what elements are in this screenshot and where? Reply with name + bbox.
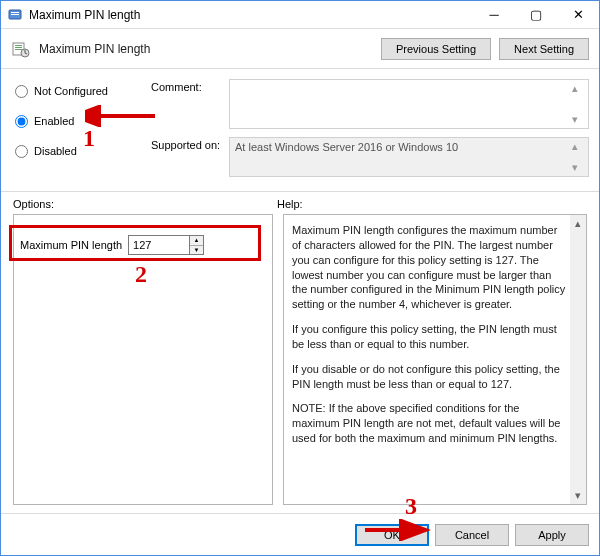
options-pane: Maximum PIN length ▲ ▼	[13, 214, 273, 505]
options-pane-label: Options:	[13, 198, 277, 210]
help-paragraph-2: If you configure this policy setting, th…	[292, 322, 568, 352]
policy-title: Maximum PIN length	[39, 42, 373, 56]
pane-labels: Options: Help:	[1, 192, 599, 214]
help-paragraph-4: NOTE: If the above specified conditions …	[292, 401, 568, 446]
spinner-down[interactable]: ▼	[190, 246, 203, 255]
spinner-up[interactable]: ▲	[190, 236, 203, 246]
help-pane: Maximum PIN length configures the maximu…	[283, 214, 587, 505]
window-title: Maximum PIN length	[29, 8, 473, 22]
svg-rect-1	[11, 12, 19, 13]
supported-on-label: Supported on:	[151, 137, 229, 151]
option-max-pin-length-row: Maximum PIN length ▲ ▼	[20, 235, 266, 255]
policy-header: Maximum PIN length Previous Setting Next…	[1, 29, 599, 69]
previous-setting-button[interactable]: Previous Setting	[381, 38, 491, 60]
gpo-settings-dialog: Maximum PIN length ─ ▢ ✕ Maximum PIN len…	[0, 0, 600, 556]
svg-rect-2	[11, 14, 19, 15]
apply-button[interactable]: Apply	[515, 524, 589, 546]
help-paragraph-1: Maximum PIN length configures the maximu…	[292, 223, 568, 312]
radio-disabled[interactable]	[15, 145, 28, 158]
window-buttons: ─ ▢ ✕	[473, 1, 599, 28]
state-enabled[interactable]: Enabled	[15, 111, 137, 131]
app-icon	[7, 7, 23, 23]
comment-scrollbar[interactable]: ▴▾	[572, 82, 586, 126]
max-pin-length-input[interactable]	[129, 236, 189, 254]
help-paragraph-3: If you disable or do not configure this …	[292, 362, 568, 392]
radio-not-configured[interactable]	[15, 85, 28, 98]
maximize-button[interactable]: ▢	[515, 1, 557, 28]
help-scrollbar[interactable]: ▴▾	[570, 215, 586, 504]
help-pane-label: Help:	[277, 198, 303, 210]
svg-rect-5	[15, 47, 22, 48]
lower-panes: Maximum PIN length ▲ ▼ Maximum PIN lengt…	[1, 214, 599, 513]
comment-label: Comment:	[151, 79, 229, 93]
ok-button[interactable]: OK	[355, 524, 429, 546]
radio-label-enabled: Enabled	[34, 115, 74, 127]
titlebar: Maximum PIN length ─ ▢ ✕	[1, 1, 599, 29]
radio-enabled[interactable]	[15, 115, 28, 128]
config-area: Not Configured Enabled Disabled Comment:…	[1, 69, 599, 192]
radio-label-disabled: Disabled	[34, 145, 77, 157]
minimize-button[interactable]: ─	[473, 1, 515, 28]
policy-state-group: Not Configured Enabled Disabled	[15, 79, 137, 185]
policy-icon	[11, 39, 31, 59]
supported-on-text: At least Windows Server 2016 or Windows …	[229, 137, 589, 177]
supported-on-value: At least Windows Server 2016 or Windows …	[235, 141, 458, 153]
option-max-pin-length-label: Maximum PIN length	[20, 239, 122, 251]
cancel-button[interactable]: Cancel	[435, 524, 509, 546]
next-setting-button[interactable]: Next Setting	[499, 38, 589, 60]
svg-rect-4	[15, 45, 22, 46]
close-button[interactable]: ✕	[557, 1, 599, 28]
supported-scrollbar: ▴▾	[572, 140, 586, 174]
svg-rect-6	[15, 49, 22, 50]
max-pin-length-spinner[interactable]: ▲ ▼	[128, 235, 204, 255]
comment-supported-column: Comment: ▴▾ Supported on: At least Windo…	[151, 79, 589, 185]
state-disabled[interactable]: Disabled	[15, 141, 137, 161]
radio-label-not-configured: Not Configured	[34, 85, 108, 97]
dialog-button-row: OK Cancel Apply	[1, 513, 599, 555]
state-not-configured[interactable]: Not Configured	[15, 81, 137, 101]
comment-textarea[interactable]: ▴▾	[229, 79, 589, 129]
